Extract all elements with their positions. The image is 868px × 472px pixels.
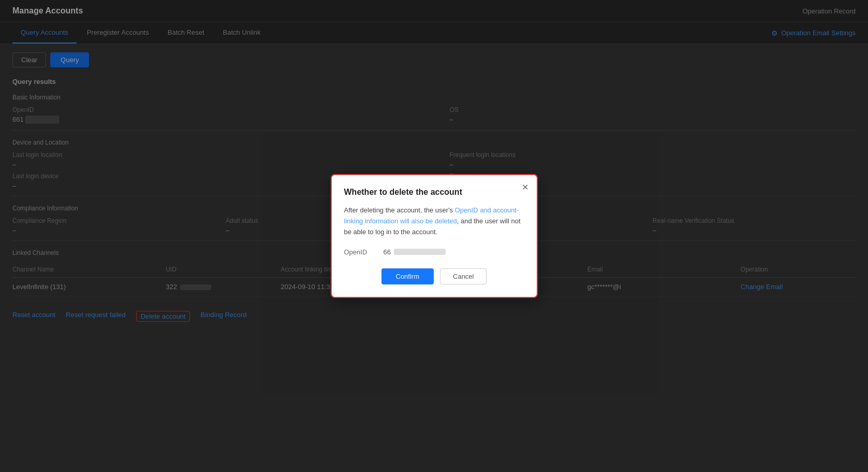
modal-openid-label: OpenID: [344, 248, 375, 256]
delete-account-modal: Whether to delete the account ✕ After de…: [331, 174, 538, 297]
modal-actions: Confirm Cancel: [344, 268, 524, 284]
modal-openid-row: OpenID 66: [344, 246, 524, 258]
modal-close-button[interactable]: ✕: [522, 183, 528, 192]
confirm-button[interactable]: Confirm: [381, 268, 434, 284]
cancel-button[interactable]: Cancel: [440, 268, 487, 284]
modal-body: After deleting the account, the user's O…: [344, 205, 524, 237]
modal-openid-value: 66: [384, 248, 446, 256]
modal-overlay[interactable]: Whether to delete the account ✕ After de…: [0, 0, 868, 472]
modal-title: Whether to delete the account: [344, 188, 524, 197]
modal-openid-blur: [394, 249, 446, 255]
